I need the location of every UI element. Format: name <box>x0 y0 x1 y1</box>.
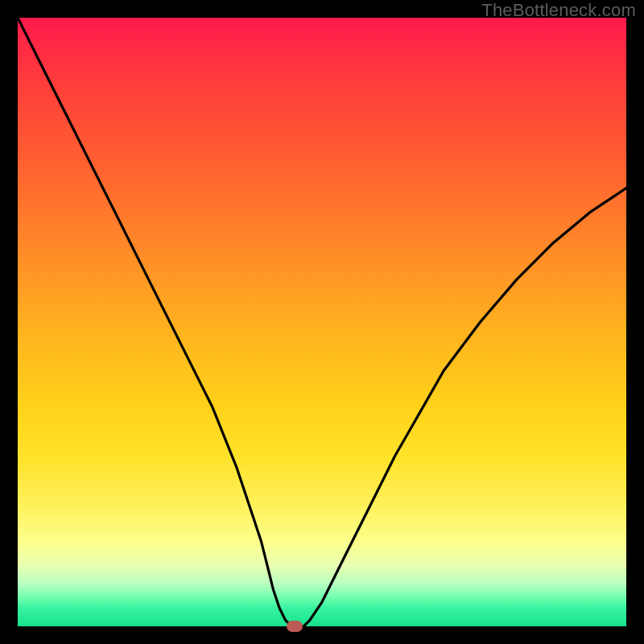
bottleneck-curve <box>18 18 626 626</box>
optimum-marker <box>287 621 303 632</box>
watermark-text: TheBottleneck.com <box>481 0 636 21</box>
plot-area <box>18 18 626 626</box>
outer-frame: TheBottleneck.com <box>0 0 644 644</box>
